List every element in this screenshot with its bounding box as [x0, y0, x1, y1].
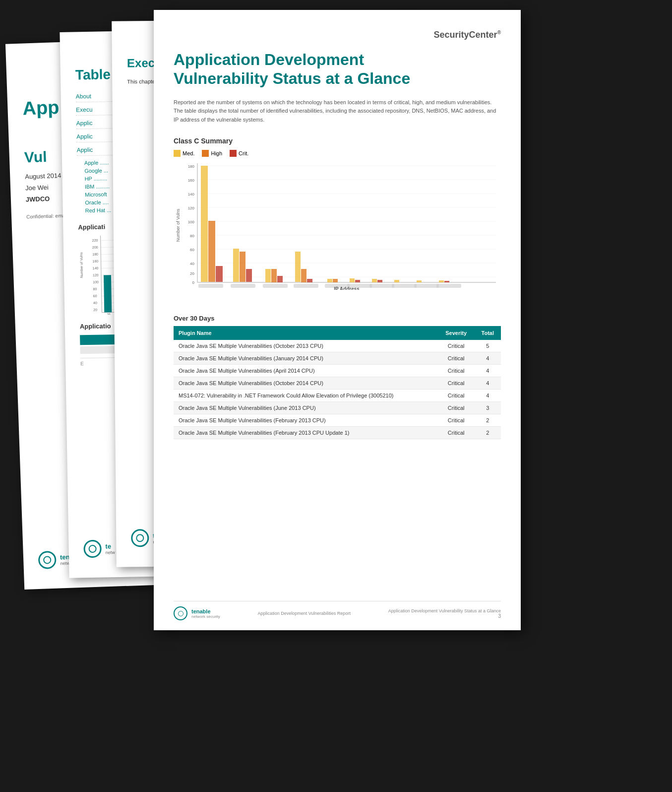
cell-plugin: Oracle Java SE Multiple Vulnerabilities … — [174, 401, 438, 414]
main-chart-container: Number of Vulns 180 160 140 120 100 80 6… — [174, 161, 501, 300]
svg-text:20: 20 — [93, 308, 97, 312]
cell-severity: Critical — [438, 414, 475, 426]
toc-app1-label: Applic — [76, 120, 93, 127]
svg-rect-59 — [301, 269, 306, 282]
svg-rect-72 — [231, 284, 255, 288]
svg-rect-57 — [277, 276, 283, 282]
toc-tenable-logo: te netw — [83, 539, 115, 558]
footer-page-num: 3 — [388, 613, 501, 619]
cell-plugin: MS14-072: Vulnerability in .NET Framewor… — [174, 389, 438, 401]
svg-text:220: 220 — [92, 239, 98, 242]
cell-severity: Critical — [438, 426, 475, 439]
svg-rect-77 — [369, 284, 394, 288]
svg-rect-68 — [417, 280, 422, 282]
svg-rect-56 — [271, 269, 277, 282]
toc-chart-title-text: Applicati — [78, 223, 105, 231]
cell-plugin: Oracle Java SE Multiple Vulnerabilities … — [174, 414, 438, 426]
toc-tenable-circle — [83, 540, 102, 558]
cell-total: 2 — [475, 426, 501, 439]
svg-text:80: 80 — [93, 287, 97, 291]
legend-crit-label: Crit. — [239, 150, 248, 156]
main-title: Application Development Vulnerability St… — [174, 50, 501, 88]
svg-rect-67 — [394, 280, 399, 282]
svg-rect-64 — [355, 280, 360, 282]
cover-date-text: August 2014 — [25, 172, 61, 181]
svg-text:180: 180 — [188, 164, 195, 169]
legend-high: High — [202, 150, 222, 157]
svg-rect-78 — [392, 284, 417, 288]
svg-text:200: 200 — [92, 246, 98, 249]
svg-rect-55 — [265, 269, 271, 282]
main-title-line1: Application Development — [174, 51, 364, 68]
svg-rect-52 — [233, 249, 239, 282]
svg-rect-65 — [372, 279, 377, 282]
toc-sub-apple-text: Apple ...... — [84, 159, 109, 166]
footer-report-name-text: Application Development Vulnerabilities … — [258, 611, 351, 616]
toc-tenable-inner — [88, 545, 96, 553]
legend-med-label: Med. — [183, 150, 194, 156]
svg-rect-66 — [377, 280, 382, 282]
toc-tenable-name: te — [105, 542, 115, 550]
table-row: Oracle Java SE Multiple Vulnerabilities … — [174, 414, 501, 426]
footer-tenable-sub: network security — [191, 614, 220, 619]
svg-rect-62 — [333, 279, 338, 282]
svg-text:80: 80 — [190, 234, 194, 238]
toc-app2-label: Applic — [76, 133, 93, 140]
tenable-circle-icon — [38, 551, 57, 569]
table-row: Oracle Java SE Multiple Vulnerabilities … — [174, 426, 501, 439]
svg-text:60: 60 — [93, 294, 97, 298]
svg-rect-49 — [201, 166, 208, 282]
cover-company-text: JWDCO — [26, 195, 50, 203]
legend-crit-box — [230, 150, 237, 157]
chart-section-title: Class C Summary — [174, 137, 501, 145]
page-footer: tenable network security Application Dev… — [174, 601, 501, 620]
cell-severity: Critical — [438, 377, 475, 389]
svg-text:180: 180 — [92, 253, 98, 256]
legend-high-box — [202, 150, 209, 157]
cell-total: 4 — [475, 389, 501, 401]
svg-text:60: 60 — [190, 248, 194, 252]
col-severity-text: Severity — [445, 330, 467, 336]
footer-page-desc-text: Application Development Vulnerability St… — [388, 608, 501, 613]
svg-text:40: 40 — [93, 301, 97, 305]
main-description: Reported are the number of systems on wh… — [174, 98, 501, 125]
svg-rect-73 — [263, 284, 288, 288]
svg-rect-61 — [327, 279, 332, 282]
legend-high-label: High — [211, 150, 222, 156]
svg-rect-63 — [350, 278, 355, 282]
toc-sub-oracle-text: Oracle .... — [85, 199, 109, 205]
main-title-line2: Vulnerability Status at a Glance — [174, 69, 410, 87]
cell-total: 5 — [475, 340, 501, 352]
legend-med: Med. — [174, 150, 194, 157]
svg-rect-74 — [294, 284, 318, 288]
table-row: Oracle Java SE Multiple Vulnerabilities … — [174, 401, 501, 414]
svg-text:160: 160 — [92, 260, 98, 263]
cell-severity: Critical — [438, 340, 475, 352]
toc-exec-label: Execu — [76, 106, 93, 114]
chart-legend: Med. High Crit. — [174, 150, 501, 157]
chart-title-text: Class C Summary — [174, 137, 233, 145]
table-row: Oracle Java SE Multiple Vulnerabilities … — [174, 340, 501, 352]
cell-plugin: Oracle Java SE Multiple Vulnerabilities … — [174, 352, 438, 364]
main-desc-text: Reported are the number of systems on wh… — [174, 99, 496, 123]
main-logo-tm: ® — [497, 30, 501, 35]
footer-report-name: Application Development Vulnerabilities … — [258, 611, 351, 616]
toc-sub-redhat-text: Red Hat ... — [85, 207, 112, 213]
svg-rect-58 — [295, 252, 301, 282]
cover-author-name: Joe Wei — [25, 184, 49, 192]
svg-rect-24 — [104, 275, 112, 312]
svg-text:Number of Vulns: Number of Vulns — [176, 208, 181, 242]
table-row: Oracle Java SE Multiple Vulnerabilities … — [174, 377, 501, 389]
main-chart-svg: Number of Vulns 180 160 140 120 100 80 6… — [174, 161, 501, 290]
toc-tenable-name-text: te — [105, 542, 111, 550]
svg-text:IP Address: IP Address — [334, 286, 360, 290]
svg-text:120: 120 — [93, 273, 99, 277]
svg-rect-79 — [414, 284, 439, 288]
svg-text:25: 25 — [107, 313, 111, 315]
footer-page-num-text: 3 — [498, 613, 501, 619]
svg-rect-70 — [444, 281, 449, 282]
table-row: Oracle Java SE Multiple Vulnerabilities … — [174, 352, 501, 364]
cell-total: 4 — [475, 377, 501, 389]
cell-plugin: Oracle Java SE Multiple Vulnerabilities … — [174, 426, 438, 439]
cell-plugin: Oracle Java SE Multiple Vulnerabilities … — [174, 364, 438, 377]
